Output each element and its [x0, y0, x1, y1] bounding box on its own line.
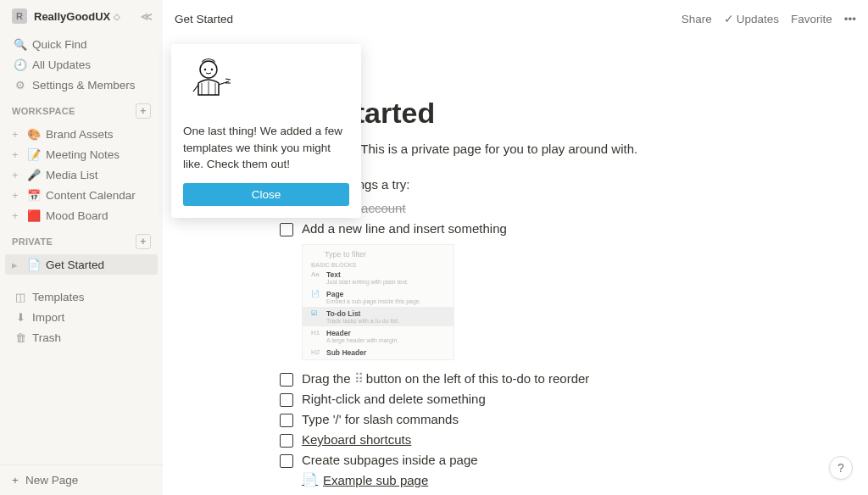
search-icon: 🔍	[12, 38, 29, 51]
add-icon[interactable]: +	[12, 209, 24, 222]
add-private-page[interactable]: +	[136, 234, 151, 249]
expand-icon[interactable]: ▸	[12, 259, 24, 271]
gear-icon: ⚙	[12, 79, 29, 92]
workspace-switcher[interactable]: R ReallyGoodUX ◇ ≪	[0, 0, 163, 32]
svg-point-2	[211, 69, 213, 70]
private-section: PRIVATE +	[0, 227, 163, 253]
todo-right-click[interactable]: Right-click and delete something	[280, 389, 868, 409]
page-title[interactable]: Get Started	[280, 97, 868, 130]
check-icon: ✓	[724, 12, 734, 25]
page-emoji: 📄	[25, 259, 42, 271]
trash[interactable]: 🗑Trash	[5, 327, 158, 348]
todo-slash-commands[interactable]: Type '/' for slash commands	[280, 409, 868, 430]
illustration-person-icon	[183, 54, 242, 114]
onboarding-modal: One last thing! We added a few templates…	[171, 44, 361, 218]
todo-add-line[interactable]: Add a new line and insert something	[280, 219, 868, 239]
checkbox[interactable]	[280, 434, 293, 448]
page-emoji: 🎤	[25, 169, 42, 181]
templates[interactable]: ◫Templates	[5, 286, 158, 307]
new-page-button[interactable]: +New Page	[0, 464, 163, 495]
filter-row: H1HeaderA large header with margin.	[303, 326, 453, 346]
page-brand-assets[interactable]: +🎨Brand Assets	[5, 124, 158, 144]
clock-icon: 🕘	[12, 58, 29, 71]
more-menu-icon[interactable]: •••	[844, 13, 856, 25]
svg-point-0	[200, 61, 217, 78]
collapse-sidebar-icon[interactable]: ≪	[141, 10, 153, 23]
filter-row: 📄PageEmbed a sub-page inside this page.	[303, 287, 453, 307]
topbar: Get Started Share ✓Updates Favorite •••	[163, 0, 868, 37]
page-emoji: 🟥	[25, 209, 42, 222]
checkbox[interactable]	[280, 393, 293, 407]
private-pages: ▸📄Get Started	[0, 253, 163, 276]
slash-menu-preview: Type to filter BASIC BLOCKS AaTextJust s…	[302, 244, 454, 360]
page-meeting-notes[interactable]: +📝Meeting Notes	[5, 144, 158, 164]
import[interactable]: ⬇Import	[5, 307, 158, 327]
drag-handle-icon: ⠿	[354, 371, 363, 386]
share-button[interactable]: Share	[682, 13, 712, 25]
plus-icon: +	[12, 474, 19, 487]
templates-icon: ◫	[12, 291, 29, 303]
workspace-pages: +🎨Brand Assets +📝Meeting Notes +🎤Media L…	[0, 122, 163, 227]
filter-row: H2Sub Header	[303, 346, 453, 359]
filter-placeholder: Type to filter	[303, 245, 453, 260]
document-icon: 📄	[302, 472, 318, 487]
add-icon[interactable]: +	[12, 189, 24, 202]
page-emoji: 🎨	[25, 128, 42, 141]
workspace-section: WORKSPACE +	[0, 97, 163, 122]
page-description[interactable]: 👋Welcome! This is a private page for you…	[280, 142, 868, 157]
sidebar-quick-group: 🔍Quick Find 🕘All Updates ⚙Settings & Mem…	[0, 32, 163, 97]
favorite-button[interactable]: Favorite	[791, 13, 832, 25]
page-get-started[interactable]: ▸📄Get Started	[5, 254, 158, 275]
close-button[interactable]: Close	[183, 183, 349, 206]
filter-section: BASIC BLOCKS	[303, 260, 453, 268]
checkbox[interactable]	[280, 373, 293, 387]
updates-button[interactable]: ✓Updates	[724, 12, 779, 25]
settings-members[interactable]: ⚙Settings & Members	[5, 75, 158, 95]
quick-find[interactable]: 🔍Quick Find	[5, 34, 158, 54]
sidebar: R ReallyGoodUX ◇ ≪ 🔍Quick Find 🕘All Upda…	[0, 0, 163, 495]
page-mood-board[interactable]: +🟥Mood Board	[5, 205, 158, 225]
checkbox[interactable]	[280, 223, 293, 236]
page-emoji: 📝	[25, 148, 42, 161]
page-content-calendar[interactable]: +📅Content Calendar	[5, 185, 158, 205]
topbar-actions: Share ✓Updates Favorite •••	[682, 12, 856, 25]
sidebar-utilities: ◫Templates ⬇Import 🗑Trash	[0, 285, 163, 349]
todo-drag-reorder[interactable]: Drag the ⠿ button on the left of this to…	[280, 369, 868, 389]
all-updates[interactable]: 🕘All Updates	[5, 54, 158, 75]
add-icon[interactable]: +	[12, 169, 24, 181]
checkbox[interactable]	[280, 454, 293, 468]
caret-icon: ◇	[114, 12, 120, 21]
add-workspace-page[interactable]: +	[136, 103, 151, 119]
todo-keyboard-shortcuts[interactable]: Keyboard shortcuts	[280, 430, 868, 450]
import-icon: ⬇	[12, 311, 29, 324]
page-emoji: 📅	[25, 189, 42, 202]
add-icon[interactable]: +	[12, 128, 24, 141]
add-icon[interactable]: +	[12, 148, 24, 161]
page-media-list[interactable]: +🎤Media List	[5, 164, 158, 185]
svg-point-1	[204, 69, 206, 70]
todo-subpages[interactable]: Create subpages inside a page	[280, 450, 868, 470]
try-hint[interactable]: Give these things a try:	[280, 177, 868, 192]
todo-create-account[interactable]: ✓Create an account	[280, 198, 868, 219]
workspace-icon: R	[12, 8, 27, 24]
checkbox[interactable]	[280, 414, 293, 427]
filter-row: ☑To-do ListTrack tasks with a to-do list…	[303, 307, 453, 326]
filter-row: AaTextJust start writing with plain text…	[303, 268, 453, 287]
help-button[interactable]: ?	[829, 456, 853, 480]
modal-text: One last thing! We added a few templates…	[183, 123, 349, 173]
subpage-link[interactable]: 📄Example sub page	[280, 470, 868, 487]
breadcrumb[interactable]: Get Started	[175, 13, 233, 25]
trash-icon: 🗑	[12, 331, 29, 344]
workspace-name: ReallyGoodUX	[34, 10, 110, 23]
